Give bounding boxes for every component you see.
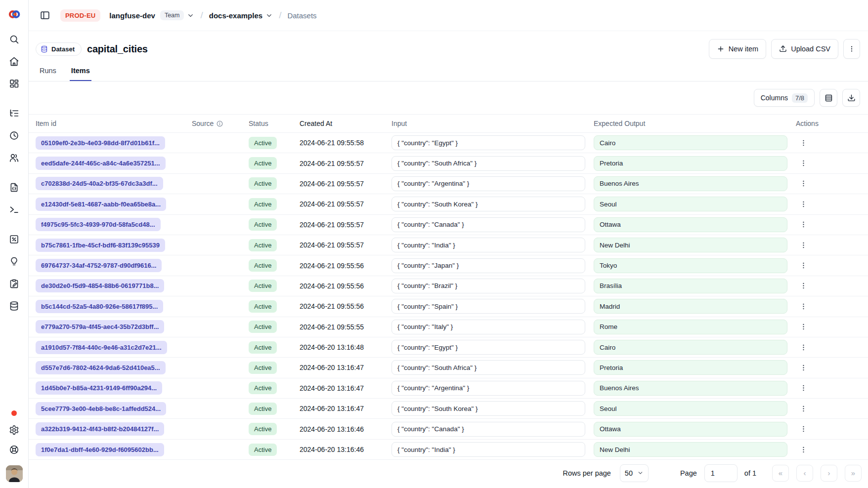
item-id-link[interactable]: c702838d-24d5-40a2-bf35-67dc3a3df...	[36, 177, 163, 190]
expected-output-cell[interactable]: Seoul	[594, 401, 787, 416]
row-actions-kebab-button[interactable]	[796, 422, 811, 437]
prev-page-button[interactable]: ‹	[796, 465, 813, 482]
header-source[interactable]: Source	[192, 120, 249, 127]
search-icon[interactable]	[9, 34, 20, 44]
columns-button[interactable]: Columns 7/8	[754, 89, 815, 107]
export-download-button[interactable]	[842, 89, 860, 107]
input-cell[interactable]: { "country": "Brazil" }	[391, 279, 585, 293]
row-actions-kebab-button[interactable]	[796, 320, 811, 334]
expected-output-cell[interactable]: Tokyo	[594, 258, 787, 273]
prompts-icon[interactable]	[9, 182, 20, 193]
row-actions-kebab-button[interactable]	[796, 238, 811, 252]
input-cell[interactable]: { "country": "Egypt" }	[391, 135, 585, 150]
input-cell[interactable]: { "country": "Canada" }	[391, 422, 585, 437]
item-id-link[interactable]: b5c144cd-52a5-4a80-926e-58617f895...	[36, 300, 163, 313]
datasets-database-icon[interactable]	[9, 300, 20, 311]
expected-output-cell[interactable]: New Delhi	[594, 442, 787, 457]
expected-output-cell[interactable]: Madrid	[594, 299, 787, 314]
expected-output-cell[interactable]: Buenos Aires	[594, 176, 787, 191]
item-id-link[interactable]: eed5dafe-244f-465c-a84c-4a6e357251...	[36, 157, 166, 170]
users-icon[interactable]	[9, 152, 20, 163]
sidebar-toggle-button[interactable]	[38, 8, 52, 23]
item-id-link[interactable]: a1910d57-7f84-440c-9e46-a31c2d7e21...	[36, 341, 167, 354]
settings-gear-icon[interactable]	[9, 425, 20, 436]
project-chevron-down-icon[interactable]	[265, 12, 273, 19]
tab-items[interactable]: Items	[70, 66, 91, 81]
item-id-link[interactable]: d557e7d6-7802-4624-9da6-52d410ea5...	[36, 361, 166, 374]
input-cell[interactable]: { "country": "India" }	[391, 238, 585, 252]
last-page-button[interactable]: »	[845, 465, 862, 482]
item-id-link[interactable]: 05109ef0-2e3b-4e03-98dd-8f7d01b61f...	[36, 136, 165, 150]
page-number-input[interactable]	[704, 464, 738, 482]
header-input[interactable]: Input	[391, 120, 594, 127]
item-id-link[interactable]: a322b319-9412-4f43-b8f2-b20484127f...	[36, 422, 164, 436]
row-actions-kebab-button[interactable]	[796, 442, 811, 457]
header-item-id[interactable]: Item id	[29, 120, 192, 127]
org-chevron-down-icon[interactable]	[187, 12, 194, 19]
expected-output-cell[interactable]: Brasília	[594, 279, 787, 293]
input-cell[interactable]: { "country": "Argentina" }	[391, 176, 585, 191]
header-created-at[interactable]: Created At	[300, 120, 391, 127]
user-avatar[interactable]	[6, 465, 23, 482]
input-cell[interactable]: { "country": "Egypt" }	[391, 340, 585, 355]
breadcrumb-project[interactable]: docs-examples	[209, 11, 262, 20]
row-actions-kebab-button[interactable]	[796, 401, 811, 416]
item-id-link[interactable]: b75c7861-1fbe-45cf-bdf6-83f139c95539	[36, 239, 165, 252]
row-actions-kebab-button[interactable]	[796, 360, 811, 375]
playground-terminal-icon[interactable]	[9, 204, 20, 215]
item-id-link[interactable]: e779a270-579a-4f45-aec4-35b72d3bff...	[36, 320, 164, 333]
expected-output-cell[interactable]: Seoul	[594, 197, 787, 211]
row-actions-kebab-button[interactable]	[796, 156, 811, 171]
tab-runs[interactable]: Runs	[38, 66, 58, 81]
item-id-link[interactable]: e12430df-5e81-4687-aabb-f0ea65be8a...	[36, 198, 166, 211]
row-actions-kebab-button[interactable]	[796, 299, 811, 314]
row-actions-kebab-button[interactable]	[796, 197, 811, 211]
evaluators-percent-icon[interactable]	[9, 234, 20, 244]
input-cell[interactable]: { "country": "Spain" }	[391, 299, 585, 314]
expected-output-cell[interactable]: New Delhi	[594, 238, 787, 252]
input-cell[interactable]: { "country": "Italy" }	[391, 320, 585, 334]
langfuse-logo-icon[interactable]	[8, 8, 21, 21]
input-cell[interactable]: { "country": "South Africa" }	[391, 156, 585, 171]
expected-output-cell[interactable]: Ottawa	[594, 217, 787, 232]
row-actions-kebab-button[interactable]	[796, 135, 811, 150]
rows-per-page-select[interactable]: 50	[620, 464, 649, 482]
insights-lightbulb-icon[interactable]	[9, 256, 20, 267]
row-height-button[interactable]	[820, 89, 837, 107]
header-expected-output[interactable]: Expected Output	[594, 120, 791, 127]
annotation-clipboard-icon[interactable]	[9, 278, 20, 289]
breadcrumb-org[interactable]: langfuse-dev	[109, 11, 155, 20]
home-icon[interactable]	[9, 56, 20, 67]
expected-output-cell[interactable]: Rome	[594, 320, 787, 334]
expected-output-cell[interactable]: Ottawa	[594, 422, 787, 437]
input-cell[interactable]: { "country": "South Korea" }	[391, 197, 585, 211]
expected-output-cell[interactable]: Pretoria	[594, 360, 787, 375]
next-page-button[interactable]: ›	[821, 465, 837, 482]
row-actions-kebab-button[interactable]	[796, 381, 811, 396]
item-id-link[interactable]: de30d2e0-f5d9-4854-88b6-0619771b8...	[36, 279, 164, 292]
expected-output-cell[interactable]: Pretoria	[594, 156, 787, 171]
row-actions-kebab-button[interactable]	[796, 217, 811, 232]
row-actions-kebab-button[interactable]	[796, 340, 811, 355]
dashboard-icon[interactable]	[9, 78, 20, 89]
input-cell[interactable]: { "country": "India" }	[391, 442, 585, 457]
expected-output-cell[interactable]: Cairo	[594, 135, 787, 150]
row-actions-kebab-button[interactable]	[796, 176, 811, 191]
item-id-link[interactable]: 1f0e7da1-dbff-4e60-929d-f6095602bb...	[36, 443, 164, 456]
row-actions-kebab-button[interactable]	[796, 258, 811, 273]
sessions-clock-icon[interactable]	[9, 130, 20, 141]
expected-output-cell[interactable]: Buenos Aires	[594, 381, 787, 396]
item-id-link[interactable]: 69764737-34af-4752-9787-d90df9616...	[36, 259, 162, 272]
input-cell[interactable]: { "country": "Argentina" }	[391, 381, 585, 396]
tracing-icon[interactable]	[9, 108, 20, 119]
item-id-link[interactable]: 5cee7779-3e00-4eb8-be8c-1affedd524...	[36, 402, 166, 415]
item-id-link[interactable]: f4975c95-5fc3-4939-970d-58fa5cd48...	[36, 218, 161, 231]
input-cell[interactable]: { "country": "South Africa" }	[391, 360, 585, 375]
new-item-button[interactable]: New item	[709, 39, 766, 59]
upload-csv-button[interactable]: Upload CSV	[771, 39, 838, 59]
row-actions-kebab-button[interactable]	[796, 279, 811, 293]
input-cell[interactable]: { "country": "Canada" }	[391, 217, 585, 232]
expected-output-cell[interactable]: Cairo	[594, 340, 787, 355]
input-cell[interactable]: { "country": "Japan" }	[391, 258, 585, 273]
support-lifebuoy-icon[interactable]	[9, 445, 20, 455]
